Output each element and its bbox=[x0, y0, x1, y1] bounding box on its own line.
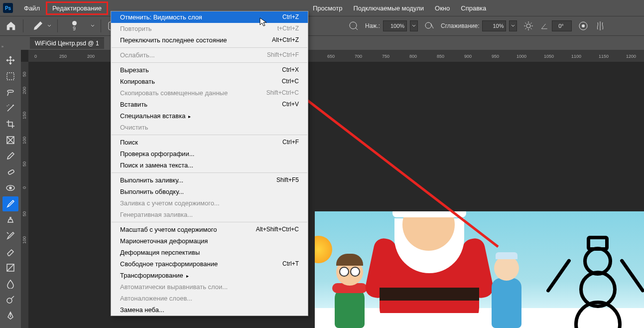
svg-point-13 bbox=[7, 298, 12, 303]
menu-item[interactable]: Переключить последнее состояниеAlt+Ctrl+… bbox=[111, 34, 308, 46]
menu-item[interactable]: Марионеточная деформация bbox=[111, 235, 308, 247]
menu-item[interactable]: ПоискCtrl+F bbox=[111, 137, 308, 148]
svg-point-6 bbox=[582, 24, 585, 27]
eyedropper-tool[interactable] bbox=[2, 149, 18, 164]
pressure-input[interactable]: 100% bbox=[383, 20, 407, 31]
airbrush-icon[interactable] bbox=[348, 20, 359, 31]
svg-rect-7 bbox=[7, 73, 14, 80]
magic-wand-tool[interactable] bbox=[2, 101, 18, 116]
pressure-dropdown[interactable] bbox=[410, 20, 418, 31]
smoothing-label: Сглаживание: bbox=[441, 22, 479, 29]
crop-tool[interactable] bbox=[2, 117, 18, 132]
svg-point-4 bbox=[526, 24, 530, 28]
angle-group: 0° bbox=[540, 20, 572, 31]
menu-item: Ослабить...Shift+Ctrl+F bbox=[111, 49, 308, 61]
spot-heal-tool[interactable] bbox=[2, 164, 18, 179]
panel-expand-handle[interactable]: » bbox=[0, 43, 5, 50]
symmetry-icon[interactable] bbox=[595, 20, 606, 31]
menu-item: Генеративная заливка... bbox=[111, 209, 308, 220]
menu-item: Автоналожение слоев... bbox=[111, 293, 308, 304]
blur-tool[interactable] bbox=[2, 276, 18, 291]
menu-plugins[interactable]: Подключаемые модули bbox=[348, 1, 429, 15]
edit-menu-dropdown: Отменить: Видимость слояCtrl+ZПовторить … bbox=[111, 11, 308, 316]
menu-item[interactable]: Выполнить заливку...Shift+F5 bbox=[111, 174, 308, 186]
pressure-opacity-group: Наж.: 100% bbox=[365, 20, 418, 31]
menu-item[interactable]: Проверка орфографии... bbox=[111, 148, 308, 160]
angle-input[interactable]: 0° bbox=[552, 20, 572, 31]
menu-help[interactable]: Справка bbox=[456, 1, 491, 15]
clone-stamp-tool[interactable] bbox=[2, 212, 18, 227]
chevron-down-icon[interactable] bbox=[47, 24, 51, 28]
svg-point-3 bbox=[425, 22, 431, 28]
tools-panel bbox=[0, 50, 21, 328]
ruler-vertical[interactable]: 5020015010050050100 bbox=[21, 62, 28, 328]
menu-item[interactable]: Масштаб с учетом содержимогоAlt+Shift+Ct… bbox=[111, 224, 308, 235]
lasso-tool[interactable] bbox=[2, 85, 18, 100]
menu-item[interactable]: Деформация перспективы bbox=[111, 247, 308, 258]
red-eye-tool[interactable] bbox=[2, 180, 18, 195]
home-button[interactable] bbox=[5, 20, 17, 31]
menu-item[interactable]: Выполнить обводку... bbox=[111, 186, 308, 197]
smoothing-dropdown[interactable] bbox=[509, 20, 517, 31]
menu-window[interactable]: Окно bbox=[430, 1, 455, 15]
menu-item: Очистить bbox=[111, 122, 308, 133]
history-brush-tool[interactable] bbox=[2, 228, 18, 243]
pressure-toggle-icon[interactable] bbox=[424, 20, 435, 31]
pressure-label: Наж.: bbox=[365, 22, 380, 29]
document-tab[interactable]: WiFiGid Центр.psd @ 1 bbox=[30, 37, 104, 49]
menu-item: Автоматически выравнивать слои... bbox=[111, 281, 308, 293]
options-bar: 9 Наж.: 100% Сглаживание: 10% 0° bbox=[0, 16, 644, 36]
menu-file[interactable]: Файл bbox=[19, 1, 45, 15]
menu-item[interactable]: Свободное трансформированиеCtrl+T bbox=[111, 258, 308, 270]
dodge-tool[interactable] bbox=[2, 292, 18, 307]
svg-point-2 bbox=[350, 22, 357, 29]
menu-item[interactable]: Трансформирование bbox=[111, 270, 308, 281]
chevron-down-icon[interactable] bbox=[91, 24, 95, 28]
menu-item[interactable]: Поиск и замена текста... bbox=[111, 160, 308, 171]
smoothing-input[interactable]: 10% bbox=[482, 20, 506, 31]
app-logo[interactable]: Ps bbox=[3, 3, 13, 13]
menu-edit[interactable]: Редактирование bbox=[46, 1, 108, 15]
menu-item[interactable]: Замена неба... bbox=[111, 304, 308, 316]
menu-item[interactable]: КопироватьCtrl+C bbox=[111, 76, 308, 87]
frame-tool[interactable] bbox=[2, 133, 18, 148]
menu-item[interactable]: ВырезатьCtrl+X bbox=[111, 64, 308, 76]
gear-icon[interactable] bbox=[523, 20, 534, 31]
move-tool[interactable] bbox=[2, 53, 18, 68]
menu-item: Заливка с учетом содержимого... bbox=[111, 197, 308, 209]
marquee-tool[interactable] bbox=[2, 69, 18, 84]
pressure-size-icon[interactable] bbox=[578, 20, 589, 31]
gradient-tool[interactable] bbox=[2, 260, 18, 275]
menu-item[interactable]: ВставитьCtrl+V bbox=[111, 99, 308, 110]
menubar: Ps Файл Редактирование Просмотр Подключа… bbox=[0, 0, 644, 16]
menu-item[interactable]: Отменить: Видимость слояCtrl+Z bbox=[111, 11, 308, 23]
menu-item: Повторить t+Ctrl+Z bbox=[111, 23, 308, 34]
brush-tool-icon[interactable] bbox=[29, 20, 44, 32]
eraser-tool[interactable] bbox=[2, 244, 18, 259]
angle-icon bbox=[540, 21, 549, 30]
smoothing-group: Сглаживание: 10% bbox=[441, 20, 517, 31]
brush-size-preview[interactable]: 9 bbox=[64, 18, 85, 34]
svg-point-11 bbox=[9, 187, 11, 189]
menu-item: Скопировать совмещенные данныеShift+Ctrl… bbox=[111, 87, 308, 99]
menu-view[interactable]: Просмотр bbox=[308, 1, 347, 15]
pen-tool[interactable] bbox=[2, 308, 18, 323]
brush-tool[interactable] bbox=[2, 196, 18, 211]
document-image bbox=[315, 211, 644, 328]
menu-item[interactable]: Специальная вставка bbox=[111, 110, 308, 122]
document-tabs: WiFiGid Центр.psd @ 1 bbox=[0, 36, 644, 50]
svg-rect-9 bbox=[8, 169, 14, 175]
